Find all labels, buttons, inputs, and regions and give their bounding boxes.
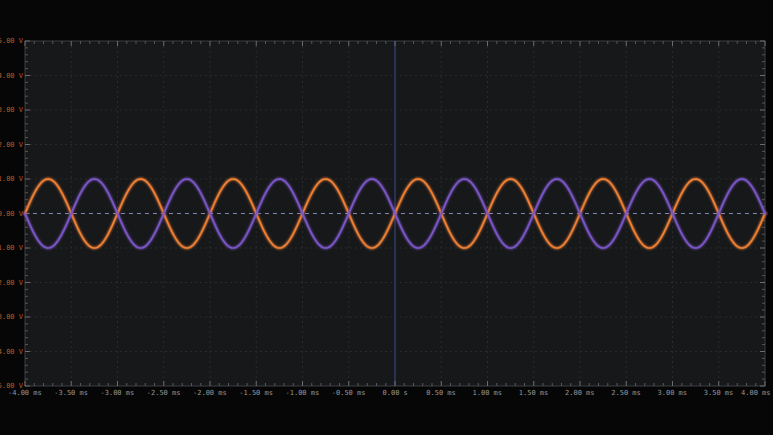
y-tick-label: 3.00 V: [0, 106, 23, 114]
y-tick-label: -1.00 V: [0, 244, 23, 252]
x-tick-label: 1.50 ms: [519, 389, 549, 397]
x-tick-label: 0.50 ms: [426, 389, 456, 397]
oscilloscope-screen: 5.00 V4.00 V3.00 V2.00 V1.00 V0.00 V-1.0…: [0, 0, 773, 435]
x-tick-label: 4.00 ms: [741, 389, 771, 397]
x-tick-label: -3.00 ms: [101, 389, 135, 397]
y-tick-label: 2.00 V: [0, 141, 23, 149]
x-tick-label: -2.50 ms: [147, 389, 181, 397]
y-tick-label: 0.00 V: [0, 210, 23, 218]
x-tick-label: 2.00 ms: [565, 389, 595, 397]
x-tick-label: -4.00 ms: [8, 389, 42, 397]
y-tick-label: 5.00 V: [0, 37, 23, 45]
x-tick-label: -3.50 ms: [54, 389, 88, 397]
y-tick-label: -4.00 V: [0, 348, 23, 356]
x-tick-label: -2.00 ms: [193, 389, 227, 397]
x-tick-label: 3.50 ms: [704, 389, 734, 397]
x-tick-label: 1.00 ms: [473, 389, 503, 397]
y-tick-label: 1.00 V: [0, 175, 23, 183]
x-tick-label: -1.00 ms: [286, 389, 320, 397]
y-tick-label: -2.00 V: [0, 279, 23, 287]
x-tick-label: -0.50 ms: [332, 389, 366, 397]
y-tick-label: 4.00 V: [0, 72, 23, 80]
x-tick-label: -1.50 ms: [239, 389, 273, 397]
x-tick-label: 0.00 s: [383, 389, 408, 397]
waveform-plot[interactable]: [0, 0, 773, 435]
x-tick-label: 3.00 ms: [658, 389, 688, 397]
x-tick-label: 2.50 ms: [611, 389, 641, 397]
y-tick-label: -3.00 V: [0, 313, 23, 321]
